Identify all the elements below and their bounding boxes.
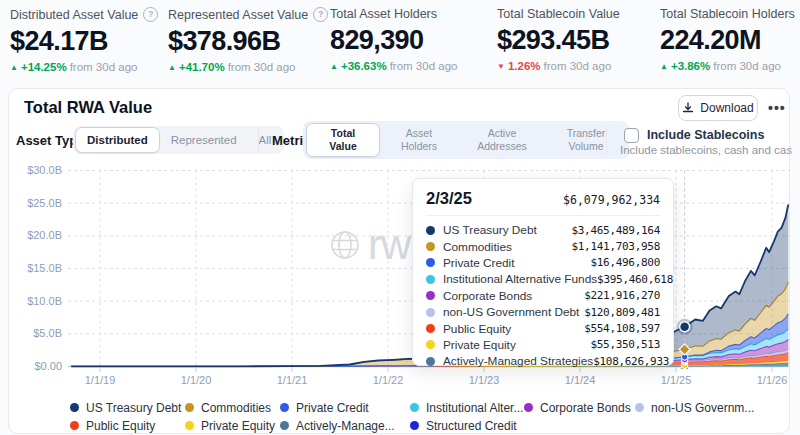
download-label: Download xyxy=(700,101,753,115)
tooltip-series-name: US Treasury Debt xyxy=(443,223,537,237)
y-axis-tick: $0.00 xyxy=(14,360,62,372)
rwa-dashboard: Distributed Asset Value?$24.17B▲+14.25%f… xyxy=(0,0,800,435)
y-axis-tick: $20.0B xyxy=(14,229,62,241)
tooltip-series-value: $16,496,800 xyxy=(590,256,660,269)
tooltip-row-private-credit: Private Credit$16,496,800 xyxy=(426,255,660,271)
chart-legend: US Treasury DebtCommoditiesPrivate Credi… xyxy=(70,400,754,433)
asset-type-option-distributed[interactable]: Distributed xyxy=(75,127,160,153)
series-dot xyxy=(426,242,435,251)
legend-dot xyxy=(185,403,194,412)
metric-option-transfer-volume[interactable]: Transfer Volume xyxy=(546,124,626,156)
globe-icon xyxy=(330,230,360,260)
tooltip-series-value: $395,460,618 xyxy=(597,273,673,286)
tooltip-rows: US Treasury Debt$3,465,489,164Commoditie… xyxy=(426,222,660,370)
tooltip-row-commodities: Commodities$1,141,703,958 xyxy=(426,238,660,254)
download-icon xyxy=(682,102,694,114)
filter-divider xyxy=(258,126,259,154)
y-axis-tick: $5.0B xyxy=(14,327,62,339)
tooltip-series-name: Public Equity xyxy=(443,322,511,336)
legend-label: Institutional Alter... xyxy=(426,401,523,415)
legend-item-structured-credit[interactable]: Structured Credit xyxy=(410,418,524,433)
tooltip-series-value: $120,809,481 xyxy=(584,306,660,319)
tooltip-divider xyxy=(426,215,660,216)
series-dot xyxy=(426,308,435,317)
tooltip-series-value: $108,626,933 xyxy=(593,355,669,368)
metric-segmented-control: Total ValueAsset HoldersActive Addresses… xyxy=(303,121,629,159)
legend-item-non-us-governm[interactable]: non-US Governm... xyxy=(635,400,754,415)
tooltip-series-name: Institutional Alternative Funds xyxy=(443,272,597,286)
tooltip-series-name: non-US Government Debt xyxy=(443,305,579,319)
tooltip-series-name: Private Credit xyxy=(443,256,514,270)
legend-label: Private Equity xyxy=(201,419,275,433)
more-options-button[interactable]: ••• xyxy=(768,100,786,116)
legend-dot xyxy=(70,403,79,412)
series-dot xyxy=(426,291,435,300)
rwa-stacked-area-chart[interactable] xyxy=(0,0,800,435)
legend-item-private-equity[interactable]: Private Equity xyxy=(185,418,280,433)
legend-label: US Treasury Debt xyxy=(86,401,181,415)
tooltip-series-value: $1,141,703,958 xyxy=(571,240,660,253)
tooltip-series-name: Actively-Managed Strategies xyxy=(443,354,593,368)
chart-tooltip: 2/3/25 $6,079,962,334 US Treasury Debt$3… xyxy=(412,178,674,366)
tooltip-series-value: $554,108,597 xyxy=(584,322,660,335)
tooltip-row-us-treasury-debt: US Treasury Debt$3,465,489,164 xyxy=(426,222,660,238)
legend-dot xyxy=(635,403,644,412)
include-stablecoins-checkbox[interactable] xyxy=(624,128,639,143)
tooltip-header: 2/3/25 $6,079,962,334 xyxy=(426,189,660,208)
tooltip-row-non-us-government-debt: non-US Government Debt$120,809,481 xyxy=(426,304,660,320)
y-axis-tick: $30.0B xyxy=(14,164,62,176)
x-axis-tick: 1/1/22 xyxy=(366,374,410,386)
series-dot xyxy=(426,275,435,284)
tooltip-series-name: Private Equity xyxy=(443,338,516,352)
legend-item-institutional-alter[interactable]: Institutional Alter... xyxy=(410,400,524,415)
tooltip-date: 2/3/25 xyxy=(426,189,472,208)
metric-option-asset-holders[interactable]: Asset Holders xyxy=(380,124,458,156)
include-stablecoins-sublabel: Include stablecoins, cash and cash-equiv… xyxy=(620,144,792,156)
tooltip-series-value: $221,916,270 xyxy=(584,289,660,302)
legend-dot xyxy=(280,403,289,412)
legend-item-us-treasury-debt[interactable]: US Treasury Debt xyxy=(70,400,185,415)
y-axis-tick: $25.0B xyxy=(14,197,62,209)
legend-label: Private Credit xyxy=(296,401,369,415)
tooltip-total-value: $6,079,962,334 xyxy=(563,193,660,207)
filter-divider xyxy=(606,126,607,154)
series-dot xyxy=(426,324,435,333)
include-stablecoins-label: Include Stablecoins xyxy=(647,128,764,142)
legend-label: Corporate Bonds xyxy=(540,401,631,415)
tooltip-row-institutional-alternative-funds: Institutional Alternative Funds$395,460,… xyxy=(426,271,660,287)
x-axis-tick: 1/1/26 xyxy=(750,374,794,386)
x-axis-tick: 1/1/21 xyxy=(270,374,314,386)
tooltip-row-corporate-bonds: Corporate Bonds$221,916,270 xyxy=(426,288,660,304)
tooltip-row-private-equity: Private Equity$55,350,513 xyxy=(426,337,660,353)
legend-item-actively-manage[interactable]: Actively-Manage... xyxy=(280,418,410,433)
x-axis-tick: 1/1/24 xyxy=(558,374,602,386)
legend-label: Commodities xyxy=(201,401,271,415)
legend-item-public-equity[interactable]: Public Equity xyxy=(70,418,185,433)
x-axis-tick: 1/1/23 xyxy=(462,374,506,386)
legend-item-corporate-bonds[interactable]: Corporate Bonds xyxy=(524,400,635,415)
legend-dot xyxy=(410,403,419,412)
tooltip-series-name: Corporate Bonds xyxy=(443,289,532,303)
metric-option-total-value[interactable]: Total Value xyxy=(306,123,380,157)
tooltip-row-public-equity: Public Equity$554,108,597 xyxy=(426,320,660,336)
tooltip-series-name: Commodities xyxy=(443,240,512,254)
legend-dot xyxy=(524,403,533,412)
tooltip-series-value: $55,350,513 xyxy=(590,338,660,351)
legend-dot xyxy=(185,421,194,430)
legend-label: Public Equity xyxy=(86,419,155,433)
metric-option-active-addresses[interactable]: Active Addresses xyxy=(458,124,546,156)
marker-us-treasury-debt xyxy=(680,322,690,332)
tooltip-row-actively-managed-strategies: Actively-Managed Strategies$108,626,933 xyxy=(426,353,660,369)
legend-label: Actively-Manage... xyxy=(296,419,395,433)
panel-title: Total RWA Value xyxy=(24,98,152,117)
download-button[interactable]: Download xyxy=(678,95,758,121)
legend-item-private-credit[interactable]: Private Credit xyxy=(280,400,410,415)
legend-label: Structured Credit xyxy=(426,419,517,433)
legend-dot xyxy=(70,421,79,430)
asset-type-option-represented[interactable]: Represented xyxy=(160,128,248,152)
tooltip-series-value: $3,465,489,164 xyxy=(571,224,660,237)
legend-item-commodities[interactable]: Commodities xyxy=(185,400,280,415)
x-axis-tick: 1/1/25 xyxy=(654,374,698,386)
legend-dot xyxy=(280,421,289,430)
series-dot xyxy=(426,226,435,235)
